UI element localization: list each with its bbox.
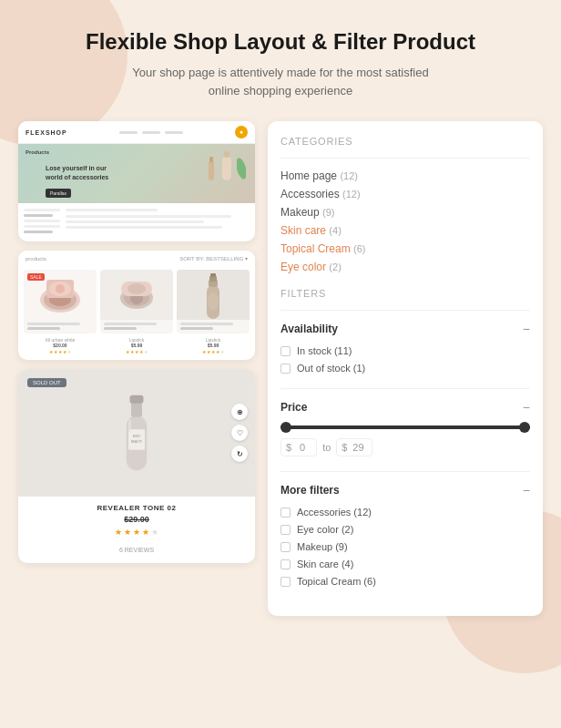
category-item-skincare[interactable]: Skin care (4): [280, 224, 530, 237]
svg-rect-3: [224, 151, 230, 158]
product-2-stars: ★ ★ ★ ★ ★: [100, 349, 173, 354]
divider: [280, 471, 530, 472]
slider-track[interactable]: [280, 426, 530, 429]
accessories-label: Accessories (12): [297, 507, 372, 518]
sc2-sort-label: SORT BY: BESTSELLING ▾: [179, 255, 248, 261]
category-link[interactable]: Eye color (2): [280, 261, 342, 273]
star-icon: ★: [58, 349, 62, 354]
eyecolor-checkbox[interactable]: [280, 525, 291, 535]
category-item-homepage[interactable]: Home page (12): [280, 169, 530, 182]
bottle-icon-1: [206, 153, 217, 180]
hero-text-area: Lose yourself in ourworld of accessories…: [46, 164, 108, 199]
star-icon: ★: [139, 349, 143, 354]
sc3-stars: ★ ★ ★ ★ ★: [27, 528, 246, 537]
sc2-header: products SORT BY: BESTSELLING ▾: [18, 251, 255, 266]
sc3-product-info: REVEALER TONE 02 $29.00 ★ ★ ★ ★ ★ 6 REVI…: [18, 497, 255, 563]
more-filters-toggle[interactable]: −: [523, 483, 530, 497]
star-icon: ★: [135, 349, 138, 354]
makeup-label: Makeup (9): [297, 541, 348, 552]
category-link[interactable]: Makeup (9): [280, 206, 334, 219]
outofstock-option[interactable]: Out of stock (1): [280, 363, 530, 374]
sc3-action-icons: ⊕ ♡ ↻: [231, 404, 248, 462]
topical-checkbox[interactable]: [280, 577, 291, 587]
availability-toggle[interactable]: −: [523, 322, 530, 336]
more-filters-header: More filters −: [280, 483, 530, 497]
sc1-nav: FLEXSHOP ●: [18, 121, 255, 144]
filter-eyecolor[interactable]: Eye color (2): [280, 524, 530, 535]
sc3-product-name: REVEALER TONE 02: [27, 504, 246, 512]
price-max-input[interactable]: $ 29: [336, 438, 372, 456]
zoom-icon[interactable]: ⊕: [231, 404, 248, 420]
product-footer-1: All urban white $20.00 ★ ★ ★ ★ ★: [24, 337, 97, 354]
product-footer-3: Lipstick $5.99 ★ ★ ★ ★ ★: [177, 337, 250, 354]
sc2-product-info: [100, 320, 173, 333]
price-header: Price −: [280, 400, 530, 415]
instock-checkbox[interactable]: [280, 346, 291, 356]
filter-topical[interactable]: Topical Cream (6): [280, 576, 530, 587]
instock-label: In stock (11): [297, 345, 352, 356]
sc2-product-grid: SALE: [18, 266, 255, 337]
category-link[interactable]: Topical Cream (6): [280, 242, 365, 255]
product-footer-row: All urban white $20.00 ★ ★ ★ ★ ★ Lipstic…: [18, 337, 255, 360]
sc1-nav-links: [119, 131, 183, 134]
category-item-topical[interactable]: Topical Cream (6): [280, 242, 530, 255]
product-name-line: [104, 323, 157, 325]
product-price-line: [104, 327, 137, 330]
category-item-accessories[interactable]: Accessories (12): [280, 188, 530, 200]
instock-option[interactable]: In stock (11): [280, 345, 530, 356]
skincare-label: Skin care (4): [297, 559, 353, 569]
price-min-input[interactable]: $ 0: [280, 438, 317, 456]
svg-rect-24: [128, 429, 145, 450]
outofstock-checkbox[interactable]: [280, 364, 291, 374]
filter-accessories[interactable]: Accessories (12): [280, 507, 530, 518]
screenshot-3: SOLD OUT BODY BEAUTY: [18, 369, 255, 563]
star-4-icon: ★: [142, 528, 149, 537]
more-filters-label: More filters: [280, 484, 340, 497]
content-title-line: [66, 209, 158, 211]
filter-skincare[interactable]: Skin care (4): [280, 559, 530, 569]
star-icon: ★: [202, 349, 206, 354]
star-empty-icon: ★: [67, 349, 71, 354]
sc2-product-1: SALE: [24, 270, 97, 333]
product-footer-2: Lipstick $5.99 ★ ★ ★ ★ ★: [100, 337, 173, 354]
leaf-icon: [237, 158, 246, 180]
accessories-checkbox[interactable]: [280, 508, 291, 518]
price-toggle[interactable]: −: [523, 400, 530, 415]
skincare-checkbox[interactable]: [280, 559, 291, 569]
category-link[interactable]: Home page (12): [280, 169, 358, 182]
slider-thumb-left[interactable]: [280, 422, 291, 433]
category-link[interactable]: Skin care (4): [280, 224, 342, 237]
bottle-icon-2: [219, 149, 234, 180]
price-section: Price − $ 0 to: [280, 400, 530, 456]
category-list: Home page (12) Accessories (12) Makeup (…: [280, 169, 530, 273]
product-name-line: [27, 323, 80, 325]
star-icon: ★: [130, 349, 134, 354]
compact-product-svg: [114, 272, 159, 318]
share-icon[interactable]: ↻: [231, 446, 248, 462]
availability-header: Availability −: [280, 322, 530, 336]
categories-section: Categories Home page (12) Accessories (1…: [280, 136, 530, 273]
product-price-line: [27, 327, 60, 330]
page-header: Flexible Shop Layout & Filter Product Yo…: [18, 29, 543, 99]
category-item-makeup[interactable]: Makeup (9): [280, 206, 530, 219]
sc2-products-label: products: [26, 256, 46, 261]
sc3-reviews-count: 6 REVIEWS: [119, 547, 154, 553]
price-range-slider[interactable]: [280, 426, 530, 429]
filter-makeup[interactable]: Makeup (9): [280, 541, 530, 552]
category-item-eyecolor[interactable]: Eye color (2): [280, 261, 530, 273]
sidebar-mini-item-active: [24, 214, 53, 217]
price-inputs: $ 0 to $ 29: [280, 438, 530, 456]
text-line: [66, 220, 204, 223]
sc2-product-card: [177, 270, 250, 333]
slider-thumb-right[interactable]: [519, 422, 530, 433]
more-filters-section: More filters − Accessories (12) Eye colo…: [280, 483, 530, 587]
sc2-product-2: [100, 270, 173, 333]
sc2-product-image-3: [177, 270, 250, 320]
nav-line: [119, 131, 138, 134]
availability-label: Availability: [280, 323, 338, 335]
category-link[interactable]: Accessories (12): [280, 188, 361, 200]
makeup-checkbox[interactable]: [280, 542, 291, 552]
svg-rect-2: [222, 156, 231, 180]
eyecolor-label: Eye color (2): [297, 524, 353, 535]
wishlist-icon[interactable]: ♡: [231, 425, 248, 441]
